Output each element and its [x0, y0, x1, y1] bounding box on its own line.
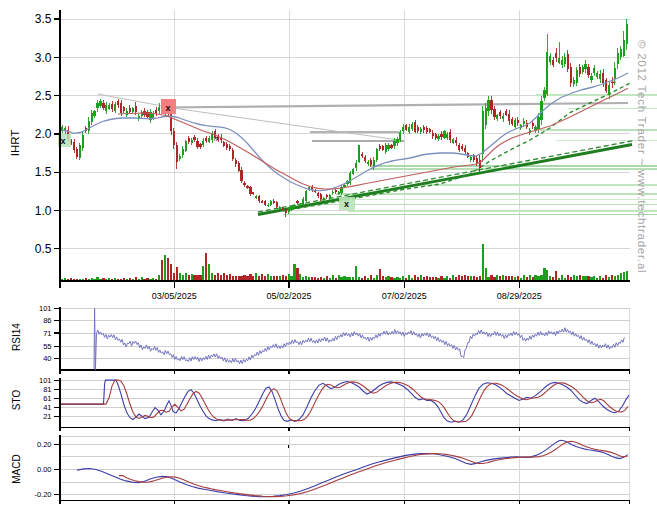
svg-text:08/29/2025: 08/29/2025 [497, 291, 542, 301]
svg-text:0.00: 0.00 [37, 465, 52, 474]
svg-text:05/02/2025: 05/02/2025 [266, 291, 311, 301]
svg-text:© 2012 Tech Trader ~ www.techt: © 2012 Tech Trader ~ www.techtrader.al [636, 40, 648, 273]
svg-text:π: π [213, 135, 218, 142]
svg-text:101: 101 [39, 304, 52, 313]
svg-text:41: 41 [43, 403, 51, 412]
svg-text:-0.20: -0.20 [34, 490, 51, 499]
svg-text:3.5: 3.5 [35, 12, 52, 26]
svg-text:55: 55 [43, 342, 51, 351]
svg-text:2.5: 2.5 [35, 89, 52, 103]
svg-text:IHRT: IHRT [9, 130, 21, 157]
svg-text:2.0: 2.0 [35, 127, 52, 141]
svg-text:0.20: 0.20 [37, 440, 52, 449]
svg-text:1.0: 1.0 [35, 204, 52, 218]
svg-text:81: 81 [43, 385, 51, 394]
svg-text:x: x [165, 103, 170, 113]
svg-text:MACD: MACD [11, 454, 22, 483]
svg-text:40: 40 [43, 354, 51, 363]
svg-text:x: x [60, 136, 65, 146]
svg-text:71: 71 [43, 329, 51, 338]
svg-text:03/05/2025: 03/05/2025 [152, 291, 197, 301]
svg-text:1.5: 1.5 [35, 165, 52, 179]
svg-text:61: 61 [43, 394, 51, 403]
svg-text:STO: STO [11, 390, 22, 411]
svg-text:07/02/2025: 07/02/2025 [382, 291, 427, 301]
svg-text:101: 101 [39, 376, 52, 385]
svg-text:x: x [344, 199, 349, 209]
svg-text:21: 21 [43, 412, 51, 421]
svg-text:0.5: 0.5 [35, 242, 52, 256]
svg-text:RSI14: RSI14 [11, 323, 22, 351]
svg-text:86: 86 [43, 316, 51, 325]
svg-text:3.0: 3.0 [35, 51, 52, 65]
